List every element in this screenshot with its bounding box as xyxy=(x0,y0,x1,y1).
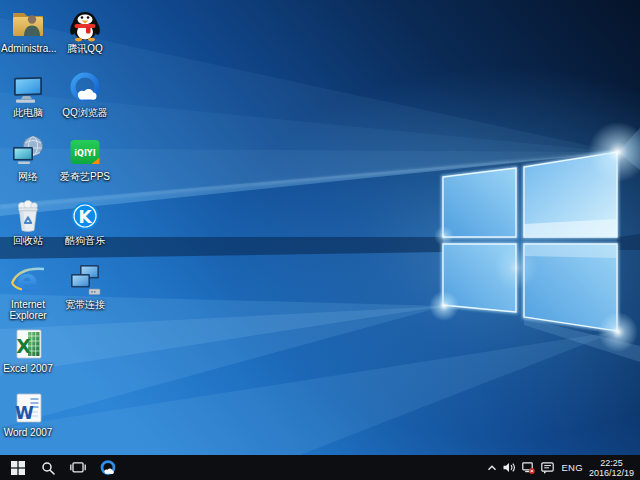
windows-logo-icon xyxy=(11,461,25,475)
svg-text:W: W xyxy=(15,403,34,423)
qq-browser-icon xyxy=(66,70,104,106)
svg-text:X: X xyxy=(16,335,31,357)
user-folder-icon xyxy=(9,6,47,42)
desktop-icon-administrator-folder[interactable]: Administra... xyxy=(1,4,55,54)
qq-penguin-icon xyxy=(66,6,104,42)
start-button[interactable] xyxy=(3,455,33,480)
icon-label: Administra... xyxy=(1,43,55,54)
chevron-up-icon xyxy=(487,464,497,472)
action-center-icon xyxy=(541,462,554,474)
icon-label: 腾讯QQ xyxy=(58,43,112,54)
taskbar-item-qq-browser[interactable] xyxy=(93,455,123,480)
desktop-icon-internet-explorer[interactable]: e Internet Explorer xyxy=(1,260,55,321)
icon-label: 酷狗音乐 xyxy=(58,235,112,246)
network-icon xyxy=(9,134,47,170)
task-view-icon xyxy=(70,461,86,474)
icon-label: 网络 xyxy=(1,171,55,182)
excel-icon: X xyxy=(9,326,47,362)
desktop-icon-iqiyi-pps[interactable]: iQIYI 爱奇艺PPS xyxy=(58,132,112,182)
broadband-icon xyxy=(66,262,104,298)
desktop-icon-recycle-bin[interactable]: 回收站 xyxy=(1,196,55,246)
icon-label: Word 2007 xyxy=(1,427,55,438)
svg-text:iQIYI: iQIYI xyxy=(74,149,95,158)
icon-label: 回收站 xyxy=(1,235,55,246)
search-button[interactable] xyxy=(33,455,63,480)
search-icon xyxy=(41,461,55,475)
desktop-icon-network[interactable]: 网络 xyxy=(1,132,55,182)
recycle-bin-icon xyxy=(9,198,47,234)
desktop-icon-qq-browser[interactable]: QQ浏览器 xyxy=(58,68,112,118)
volume-button[interactable] xyxy=(500,455,519,480)
svg-text:e: e xyxy=(16,262,38,298)
taskbar: ENG 22:25 2016/12/19 xyxy=(0,455,640,480)
icon-label: QQ浏览器 xyxy=(58,107,112,118)
desktop-icon-word-2007[interactable]: W Word 2007 xyxy=(1,388,55,438)
network-disconnected-icon xyxy=(522,462,535,474)
desktop[interactable]: Administra... 此电脑 网络 xyxy=(0,0,640,455)
qq-browser-icon xyxy=(99,459,117,477)
network-status-button[interactable] xyxy=(519,455,538,480)
language-indicator[interactable]: ENG xyxy=(557,462,587,473)
show-hidden-icons-button[interactable] xyxy=(484,455,500,480)
desktop-icon-tencent-qq[interactable]: 腾讯QQ xyxy=(58,4,112,54)
desktop-icon-broadband-connection[interactable]: 宽带连接 xyxy=(58,260,112,310)
desktop-icon-this-pc[interactable]: 此电脑 xyxy=(1,68,55,118)
computer-icon xyxy=(9,70,47,106)
clock[interactable]: 22:25 2016/12/19 xyxy=(587,458,638,478)
icon-label: 此电脑 xyxy=(1,107,55,118)
task-view-button[interactable] xyxy=(63,455,93,480)
kugou-icon: K xyxy=(66,198,104,234)
desktop-icon-excel-2007[interactable]: X Excel 2007 xyxy=(1,324,55,374)
clock-time: 22:25 xyxy=(589,458,634,468)
iqiyi-icon: iQIYI xyxy=(66,134,104,170)
action-center-button[interactable] xyxy=(538,455,557,480)
speaker-icon xyxy=(503,462,516,473)
icon-label: Excel 2007 xyxy=(1,363,55,374)
system-tray: ENG 22:25 2016/12/19 xyxy=(484,455,638,480)
internet-explorer-icon: e xyxy=(9,262,47,298)
icon-label: 宽带连接 xyxy=(58,299,112,310)
svg-text:K: K xyxy=(78,207,92,227)
clock-date: 2016/12/19 xyxy=(589,468,634,478)
icon-label: Internet Explorer xyxy=(1,299,55,321)
desktop-icon-kugou-music[interactable]: K 酷狗音乐 xyxy=(58,196,112,246)
icon-label: 爱奇艺PPS xyxy=(58,171,112,182)
word-icon: W xyxy=(9,390,47,426)
